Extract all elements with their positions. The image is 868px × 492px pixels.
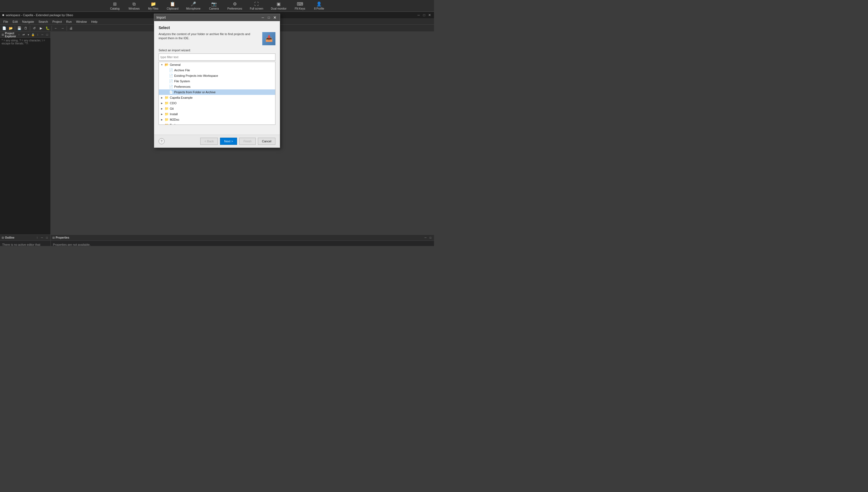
tree-expand-preferences[interactable] bbox=[164, 85, 168, 89]
debug-button[interactable]: 🐛 bbox=[44, 25, 50, 31]
expand-button[interactable]: ⁝ bbox=[36, 33, 40, 37]
folder-icon-git: 📁 bbox=[164, 106, 169, 111]
tree-expand-tasks[interactable]: ▶ bbox=[160, 123, 164, 125]
outline-maximize-button[interactable]: □ bbox=[45, 236, 49, 240]
outline-sync-button[interactable]: ⁝ bbox=[35, 236, 39, 240]
link-editor-button[interactable]: ⇄ bbox=[22, 33, 25, 37]
toolbar-camera[interactable]: 📷 Camera bbox=[204, 0, 223, 12]
tree-item-tasks[interactable]: ▶📁Tasks bbox=[159, 122, 275, 125]
help-button[interactable]: ? bbox=[159, 138, 165, 144]
tree-expand-git[interactable]: ▶ bbox=[160, 107, 164, 110]
tree-item-install[interactable]: ▶📁Install bbox=[159, 112, 275, 117]
tree-item-projects_folder[interactable]: 📄Projects from Folder or Archive bbox=[159, 90, 275, 95]
tree-item-cdo[interactable]: ▶📁CDO bbox=[159, 100, 275, 106]
tree-expand-cdo[interactable]: ▶ bbox=[160, 101, 164, 105]
tree-item-existing_projects[interactable]: 📄Existing Projects into Workspace bbox=[159, 73, 275, 78]
dualmonitor-icon: ▣ bbox=[276, 1, 281, 6]
dialog-minimize-button[interactable]: ─ bbox=[260, 15, 266, 20]
tree-label-preferences: Preferences bbox=[174, 85, 190, 88]
separator-2 bbox=[30, 26, 30, 31]
lock-button[interactable]: 🔒 bbox=[31, 33, 35, 37]
save-button[interactable]: 💾 bbox=[16, 25, 22, 31]
close-button[interactable]: ✕ bbox=[428, 13, 432, 17]
finish-button[interactable]: Finish bbox=[239, 138, 256, 145]
toolbar-windows[interactable]: ⧉ Windows bbox=[124, 0, 144, 12]
back-nav-button[interactable]: ← bbox=[53, 25, 59, 31]
menu-search[interactable]: Search bbox=[36, 19, 50, 25]
toolbar-fnkeys[interactable]: ⌨ FN Keys bbox=[290, 0, 310, 12]
tree-expand-projects_folder[interactable] bbox=[164, 90, 168, 94]
fnkeys-icon: ⌨ bbox=[297, 1, 303, 6]
toolbar-profile[interactable]: 👤 8 Profile bbox=[310, 0, 329, 12]
cancel-button[interactable]: Cancel bbox=[258, 138, 275, 145]
properties-empty-message: Properties are not available. bbox=[53, 243, 91, 246]
tree-expand-m2doc[interactable]: ▶ bbox=[160, 118, 164, 122]
tree-item-file_system[interactable]: 📄File System bbox=[159, 78, 275, 84]
menu-window[interactable]: Window bbox=[74, 19, 89, 25]
windows-icon: ⧉ bbox=[132, 2, 136, 6]
tree-expand-general[interactable]: ▼ bbox=[160, 63, 164, 67]
tree-item-git[interactable]: ▶📁Git bbox=[159, 106, 275, 112]
maximize-button[interactable]: □ bbox=[422, 13, 426, 17]
run-button[interactable]: ▶ bbox=[38, 25, 44, 31]
collapse-all-button[interactable]: ↑ bbox=[17, 33, 21, 37]
tree-item-capella_example[interactable]: ▶📁Capella Example bbox=[159, 95, 275, 100]
menu-run[interactable]: Run bbox=[64, 19, 74, 25]
toolbar-myfiles[interactable]: 📁 My Files bbox=[144, 0, 163, 12]
minimize-button[interactable]: ─ bbox=[416, 13, 421, 17]
dialog-maximize-button[interactable]: □ bbox=[266, 15, 272, 20]
fullscreen-label: Full screen bbox=[250, 7, 263, 10]
filter-input[interactable] bbox=[159, 53, 275, 60]
microphone-label: Microphone bbox=[186, 7, 200, 10]
profile-label: 8 Profile bbox=[314, 7, 324, 10]
toolbar-catalog[interactable]: ⊞ Catalog bbox=[105, 0, 124, 12]
refresh-button[interactable]: ↺ bbox=[31, 25, 37, 31]
tree-expand-existing_projects[interactable] bbox=[164, 74, 168, 78]
tree-item-m2doc[interactable]: ▶📁M2Doc bbox=[159, 117, 275, 122]
properties-panel: ⊟ Properties ─ □ Properties are not avai… bbox=[51, 235, 434, 246]
maximize-panel-button[interactable]: □ bbox=[45, 33, 49, 37]
properties-content: Properties are not available. bbox=[51, 241, 434, 246]
project-explorer-icon: ⊟ bbox=[2, 33, 4, 36]
new-button[interactable]: 📄 bbox=[1, 25, 7, 31]
tree-label-git: Git bbox=[170, 107, 174, 110]
tree-item-general[interactable]: ▼📂General bbox=[159, 62, 275, 68]
minimize-panel-button[interactable]: ─ bbox=[41, 33, 44, 37]
tree-expand-capella_example[interactable]: ▶ bbox=[160, 96, 164, 100]
tree-label-capella_example: Capella Example bbox=[170, 96, 193, 99]
tree-expand-archive_file[interactable] bbox=[164, 68, 168, 72]
filter-button[interactable]: ▾ bbox=[27, 33, 30, 37]
print-button[interactable]: 🖨 bbox=[68, 25, 74, 31]
toolbar-preferences[interactable]: ⚙ Preferences bbox=[223, 0, 246, 12]
properties-maximize-button[interactable]: □ bbox=[429, 236, 432, 240]
toolbar-fullscreen[interactable]: ⛶ Full screen bbox=[246, 0, 267, 12]
open-button[interactable]: 📂 bbox=[8, 25, 14, 31]
bottom-area: ⊟ Outline ⁝ ─ □ There is no active edito… bbox=[0, 235, 434, 246]
toolbar-clipboard[interactable]: 📋 Clipboard bbox=[163, 0, 183, 12]
file-icon-preferences: 📄 bbox=[169, 84, 173, 89]
file-icon-file_system: 📄 bbox=[169, 79, 173, 83]
menu-help[interactable]: Help bbox=[89, 19, 100, 25]
tree-expand-file_system[interactable] bbox=[164, 79, 168, 83]
properties-minimize-button[interactable]: ─ bbox=[424, 236, 428, 240]
save-all-button[interactable]: 🗒 bbox=[23, 25, 29, 31]
project-explorer-content bbox=[0, 46, 50, 235]
folder-icon-tasks: 📁 bbox=[164, 123, 169, 125]
menu-navigate[interactable]: Navigate bbox=[20, 19, 36, 25]
tree-item-archive_file[interactable]: 📄Archive File bbox=[159, 68, 275, 73]
menu-project[interactable]: Project bbox=[50, 19, 64, 25]
back-button[interactable]: < Back bbox=[200, 138, 218, 145]
tree-item-preferences[interactable]: 📄Preferences bbox=[159, 84, 275, 90]
import-tree[interactable]: ▼📂General📄Archive File📄Existing Projects… bbox=[159, 62, 275, 125]
file-icon-projects_folder: 📄 bbox=[169, 90, 173, 94]
tree-label-file_system: File System bbox=[174, 79, 190, 83]
forward-nav-button[interactable]: → bbox=[59, 25, 66, 31]
menu-edit[interactable]: Edit bbox=[10, 19, 20, 25]
tree-expand-install[interactable]: ▶ bbox=[160, 112, 164, 116]
toolbar-dualmonitor[interactable]: ▣ Dual monitor bbox=[267, 0, 291, 12]
dialog-close-button[interactable]: ✕ bbox=[272, 15, 278, 20]
outline-minimize-button[interactable]: ─ bbox=[40, 236, 44, 240]
next-button[interactable]: Next > bbox=[220, 138, 237, 145]
menu-file[interactable]: File bbox=[1, 19, 10, 25]
toolbar-microphone[interactable]: 🎤 Microphone bbox=[183, 0, 204, 12]
